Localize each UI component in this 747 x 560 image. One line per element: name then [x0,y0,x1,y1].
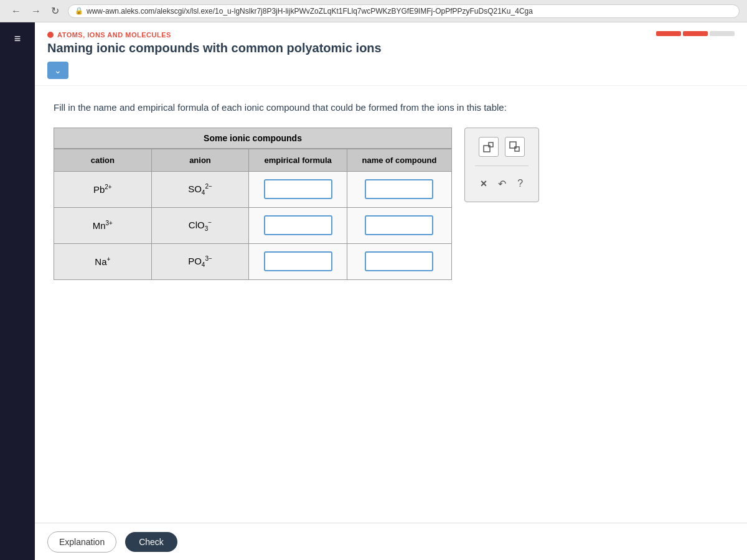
anion-clo3-formula: ClO3− [189,219,212,232]
cation-na: Na+ [54,243,152,279]
explanation-button[interactable]: Explanation [47,531,116,553]
check-button[interactable]: Check [125,532,177,552]
subscript-icon [509,141,521,153]
empirical-formula-cell-3[interactable] [249,243,347,279]
cation-na-formula: Na+ [95,256,110,267]
empirical-formula-cell-2[interactable] [249,207,347,243]
browser-bar: ← → ↻ 🔒 www-awn.aleks.com/alekscgi/x/lsl… [0,0,747,22]
table-wrapper: Some ionic compounds cation anion empiri… [54,128,728,280]
progress-seg-3 [710,31,735,36]
progress-bar [656,31,735,36]
undo-button[interactable]: ↶ [496,175,509,192]
col-header-empirical: empirical formula [249,149,347,171]
name-input-3[interactable] [365,251,433,271]
nav-buttons: ← → ↻ [7,4,63,18]
lock-icon: 🔒 [75,7,83,15]
table-row: Pb2+ SO42− [54,171,452,207]
question-text: Fill in the name and empirical formula o… [54,101,728,115]
topic-label: ATOMS, IONS AND MOLECULES [47,31,735,39]
superscript-button[interactable] [479,137,499,157]
topic-text: ATOMS, IONS AND MOLECULES [57,31,171,39]
anion-po4: PO43− [151,243,249,279]
tool-panel: × ↶ ? [464,128,539,202]
col-header-name: name of compound [347,149,451,171]
col-header-anion: anion [151,149,249,171]
forward-button[interactable]: → [27,4,45,18]
anion-so4: SO42− [151,171,249,207]
cation-pb-formula: Pb2+ [93,184,112,195]
tool-divider [475,166,529,166]
table-caption: Some ionic compounds [54,128,452,149]
topic-dot [47,32,54,38]
address-bar[interactable]: 🔒 www-awn.aleks.com/alekscgi/x/lsl.exe/1… [68,4,740,18]
url-text: www-awn.aleks.com/alekscgi/x/lsl.exe/1o_… [87,7,533,16]
app-container: ≡ ATOMS, IONS AND MOLECULES Naming ionic… [0,22,747,560]
clear-button[interactable]: × [478,175,490,193]
empirical-formula-cell-1[interactable] [249,171,347,207]
question-area: Fill in the name and empirical formula o… [35,86,747,295]
hamburger-menu[interactable]: ≡ [12,30,24,48]
name-input-1[interactable] [365,179,433,199]
superscript-icon [482,141,495,153]
anion-po4-formula: PO43− [188,255,212,268]
back-button[interactable]: ← [7,4,25,18]
anion-so4-formula: SO42− [188,183,212,196]
bottom-bar: Explanation Check [35,523,747,560]
name-cell-1[interactable] [347,171,451,207]
table-row: Mn3+ ClO3− [54,207,452,243]
action-buttons-row: × ↶ ? [478,175,525,193]
help-button[interactable]: ? [515,175,525,192]
empirical-formula-input-3[interactable] [264,251,332,271]
page-title: Naming ionic compounds with common polya… [47,41,735,55]
reload-button[interactable]: ↻ [47,4,63,18]
subscript-button[interactable] [505,137,525,157]
empirical-formula-input-1[interactable] [264,179,332,199]
cation-mn: Mn3+ [54,207,152,243]
empirical-formula-input-2[interactable] [264,215,332,235]
svg-rect-1 [489,142,493,147]
cation-mn-formula: Mn3+ [93,220,113,231]
cation-pb: Pb2+ [54,171,152,207]
table-row: Na+ PO43− [54,243,452,279]
progress-seg-1 [656,31,681,36]
name-input-2[interactable] [365,215,433,235]
sidebar: ≡ [0,22,35,560]
name-cell-2[interactable] [347,207,451,243]
ionic-table: Some ionic compounds cation anion empiri… [54,128,452,280]
svg-rect-3 [515,147,519,151]
format-buttons-row [479,137,525,157]
name-cell-3[interactable] [347,243,451,279]
main-content: ATOMS, IONS AND MOLECULES Naming ionic c… [35,22,747,560]
header: ATOMS, IONS AND MOLECULES Naming ionic c… [35,22,747,86]
col-header-cation: cation [54,149,152,171]
progress-seg-2 [683,31,708,36]
anion-clo3: ClO3− [151,207,249,243]
chevron-down-button[interactable]: ⌄ [47,62,68,79]
